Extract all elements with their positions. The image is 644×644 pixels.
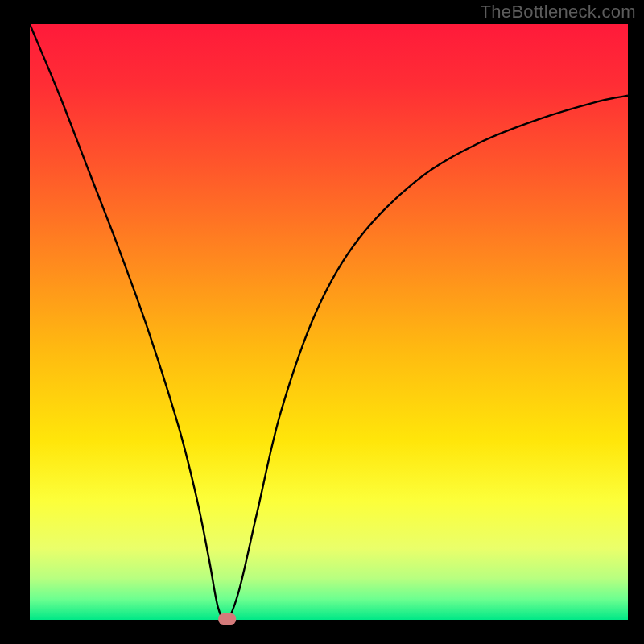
watermark-text: TheBottleneck.com bbox=[481, 2, 636, 23]
chart-svg bbox=[0, 0, 644, 644]
optimal-marker bbox=[218, 613, 236, 625]
chart-frame: { "watermark": "TheBottleneck.com", "col… bbox=[0, 0, 644, 644]
plot-background bbox=[30, 24, 628, 620]
